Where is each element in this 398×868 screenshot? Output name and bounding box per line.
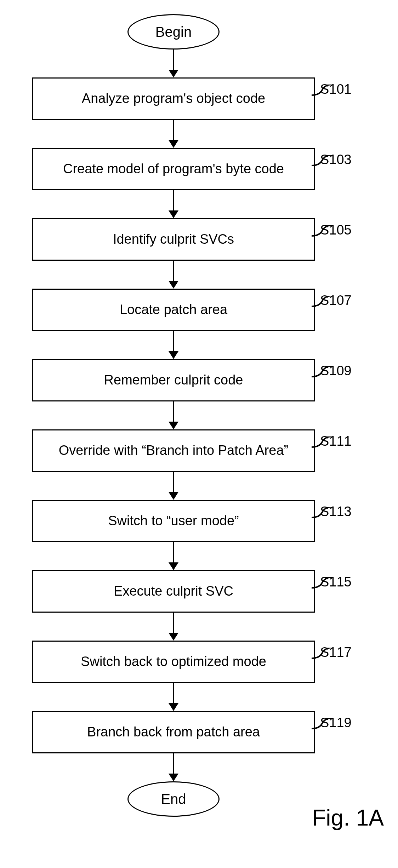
arrow-icon xyxy=(169,753,178,781)
arrow-icon xyxy=(169,472,178,500)
process-box: Remember culprit code xyxy=(32,359,315,401)
step-s103: Create model of program's byte code S103 xyxy=(32,148,315,190)
step-id: S117 xyxy=(320,645,352,660)
step-id: S103 xyxy=(320,152,352,167)
step-text: Create model of program's byte code xyxy=(63,162,284,177)
step-id: S101 xyxy=(320,82,352,97)
step-s101: Analyze program's object code S101 xyxy=(32,77,315,120)
step-s105: Identify culprit SVCs S105 xyxy=(32,218,315,261)
arrow-icon xyxy=(169,542,178,570)
step-text: Switch back to optimized mode xyxy=(81,654,266,669)
arrow-icon xyxy=(169,331,178,359)
step-id: S109 xyxy=(320,363,352,378)
step-id: S107 xyxy=(320,293,352,308)
step-id: S111 xyxy=(320,434,352,449)
arrow-icon xyxy=(169,120,178,148)
end-label: End xyxy=(161,791,186,807)
process-box: Override with “Branch into Patch Area” xyxy=(32,429,315,472)
arrow-icon xyxy=(169,613,178,641)
arrow-icon xyxy=(169,261,178,289)
arrow-icon xyxy=(169,190,178,218)
step-s113: Switch to “user mode” S113 xyxy=(32,500,315,542)
step-text: Branch back from patch area xyxy=(87,725,260,740)
process-box: Identify culprit SVCs xyxy=(32,218,315,261)
step-id: S113 xyxy=(320,504,352,519)
step-s115: Execute culprit SVC S115 xyxy=(32,570,315,613)
step-text: Analyze program's object code xyxy=(82,91,265,106)
step-id: S105 xyxy=(320,222,352,238)
step-s111: Override with “Branch into Patch Area” S… xyxy=(32,429,315,472)
process-box: Execute culprit SVC xyxy=(32,570,315,613)
process-box: Switch back to optimized mode xyxy=(32,641,315,683)
figure-label: Fig. 1A xyxy=(312,805,384,831)
arrow-icon xyxy=(169,683,178,711)
step-id: S115 xyxy=(320,574,352,590)
step-s117: Switch back to optimized mode S117 xyxy=(32,641,315,683)
step-text: Override with “Branch into Patch Area” xyxy=(59,443,288,458)
step-s119: Branch back from patch area S119 xyxy=(32,711,315,753)
flowchart: Begin Analyze program's object code S101… xyxy=(21,14,326,817)
step-text: Execute culprit SVC xyxy=(114,584,233,599)
step-text: Identify culprit SVCs xyxy=(113,232,234,247)
process-box: Locate patch area xyxy=(32,289,315,331)
process-box: Analyze program's object code xyxy=(32,77,315,120)
step-text: Switch to “user mode” xyxy=(108,514,239,528)
step-s109: Remember culprit code S109 xyxy=(32,359,315,401)
step-text: Remember culprit code xyxy=(104,373,243,388)
figure-page: Begin Analyze program's object code S101… xyxy=(0,0,398,838)
terminator-end: End xyxy=(127,781,220,817)
arrow-icon xyxy=(169,401,178,429)
process-box: Create model of program's byte code xyxy=(32,148,315,190)
arrow-icon xyxy=(169,50,178,77)
terminator-begin: Begin xyxy=(127,14,220,50)
step-text: Locate patch area xyxy=(120,302,227,317)
process-box: Switch to “user mode” xyxy=(32,500,315,542)
step-s107: Locate patch area S107 xyxy=(32,289,315,331)
begin-label: Begin xyxy=(155,24,192,40)
process-box: Branch back from patch area xyxy=(32,711,315,753)
step-id: S119 xyxy=(320,715,352,730)
